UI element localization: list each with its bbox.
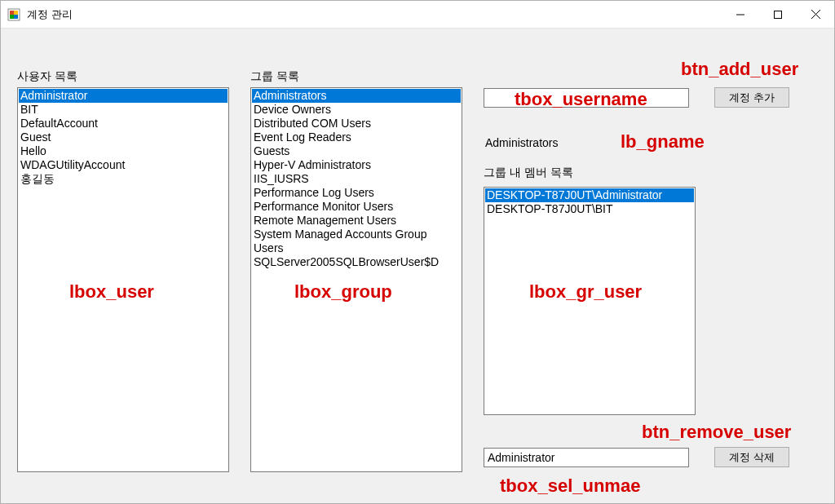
list-item[interactable]: 홍길동 (19, 172, 228, 186)
list-item[interactable]: Hyper-V Administrators (252, 158, 461, 172)
svg-rect-2 (14, 11, 18, 15)
annot-lb-gname: lb_gname (621, 131, 705, 153)
list-item[interactable]: BIT (19, 103, 228, 117)
svg-line-7 (811, 10, 820, 19)
btn-add-user[interactable]: 계정 추가 (714, 87, 789, 108)
annot-tbox-sel-uname: tbox_sel_unmae (500, 475, 640, 497)
list-item[interactable]: System Managed Accounts Group (252, 228, 461, 241)
svg-rect-3 (10, 15, 14, 19)
annot-lbox-user: lbox_user (69, 281, 154, 303)
btn-remove-user[interactable]: 계정 삭제 (714, 447, 789, 467)
titlebar: 계정 관리 (1, 1, 834, 29)
annot-lbox-gr-user: lbox_gr_user (529, 281, 642, 303)
list-item[interactable]: DefaultAccount (19, 117, 228, 130)
list-item[interactable]: Device Owners (252, 103, 461, 117)
svg-rect-4 (14, 15, 18, 19)
list-item[interactable]: Users (252, 241, 461, 255)
minimize-button[interactable] (722, 1, 759, 28)
maximize-button[interactable] (759, 1, 797, 28)
annot-btn-add-user: btn_add_user (681, 59, 798, 80)
list-item[interactable]: Guest (19, 130, 228, 144)
list-item[interactable]: Guests (252, 144, 461, 158)
annot-tbox-username: tbox_username (515, 89, 647, 110)
list-item[interactable]: Administrators (252, 89, 461, 103)
svg-rect-6 (775, 11, 782, 18)
label-user-list: 사용자 목록 (17, 69, 77, 84)
list-item[interactable]: WDAGUtilityAccount (19, 158, 228, 172)
window-frame: 계정 관리 사용자 목록 그룹 목록 AdministratorBITDefau… (0, 0, 835, 504)
lbox-group[interactable]: AdministratorsDevice OwnersDistributed C… (250, 87, 462, 472)
list-item[interactable]: DESKTOP-T87J0UT\BIT (485, 202, 694, 216)
list-item[interactable]: IIS_IUSRS (252, 172, 461, 186)
list-item[interactable]: Remote Management Users (252, 214, 461, 228)
window-controls (722, 1, 834, 28)
lbox-user[interactable]: AdministratorBITDefaultAccountGuestHello… (17, 87, 229, 472)
lb-gname: Administrators (485, 136, 558, 149)
list-item[interactable]: DESKTOP-T87J0UT\Administrator (485, 188, 694, 202)
annot-lbox-group: lbox_group (294, 281, 392, 303)
label-group-list: 그룹 목록 (250, 69, 299, 84)
list-item[interactable]: Event Log Readers (252, 130, 461, 144)
list-item[interactable]: Hello (19, 144, 228, 158)
list-item[interactable]: SQLServer2005SQLBrowserUser$D (252, 255, 461, 269)
annot-btn-remove-user: btn_remove_user (642, 422, 791, 443)
label-group-members: 그룹 내 멤버 목록 (484, 166, 573, 180)
svg-rect-1 (10, 11, 14, 15)
list-item[interactable]: Performance Log Users (252, 186, 461, 200)
list-item[interactable]: Distributed COM Users (252, 117, 461, 130)
client-area: 사용자 목록 그룹 목록 AdministratorBITDefaultAcco… (1, 29, 834, 503)
list-item[interactable]: Administrator (19, 89, 228, 103)
tbox-sel-uname[interactable] (484, 448, 689, 467)
svg-line-8 (811, 10, 820, 19)
close-button[interactable] (797, 1, 834, 28)
list-item[interactable]: Performance Monitor Users (252, 200, 461, 214)
window-title: 계정 관리 (27, 7, 722, 22)
app-icon (7, 8, 20, 21)
